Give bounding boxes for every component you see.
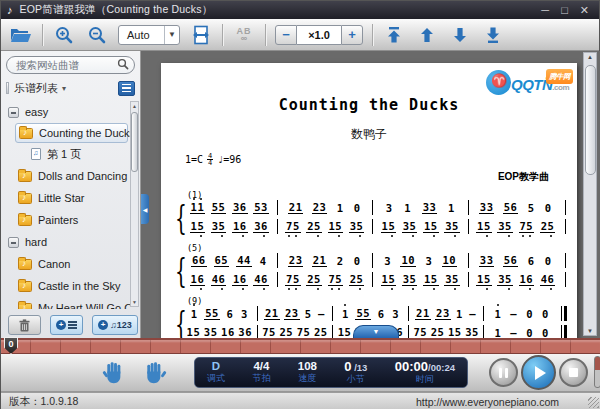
search-input[interactable] <box>6 56 135 74</box>
scroll-down-icon[interactable]: ▼ <box>584 328 596 334</box>
note: 3 <box>212 220 219 232</box>
edge-slider-handle[interactable] <box>594 356 600 388</box>
note-group: 1 <box>190 308 199 320</box>
note: 2 <box>265 307 272 319</box>
open-folder-button[interactable] <box>9 24 33 46</box>
sidebar-item-little-star[interactable]: Little Star <box>1 187 130 209</box>
sidebar-item-castle-in-the-sky[interactable]: Castle in the Sky <box>1 275 130 297</box>
link-icon: ∞ <box>241 35 247 42</box>
sheet-scroll-thumb[interactable] <box>585 65 596 175</box>
note: 7 <box>286 220 293 232</box>
scroll-up-icon[interactable]: ▲ <box>584 54 596 60</box>
left-hand-button[interactable] <box>101 359 128 386</box>
note: 5 <box>357 273 364 285</box>
note: 1 <box>221 326 228 338</box>
zoom-mode-dropdown[interactable]: Auto ▼ <box>118 25 180 45</box>
barline <box>565 219 567 234</box>
sidebar-item-label: Painters <box>38 214 78 226</box>
chevron-down-icon[interactable]: ▾ <box>62 84 66 93</box>
sidebar-item-easy[interactable]: easy <box>1 101 130 123</box>
note-group: 75 <box>328 273 344 286</box>
note: 0 <box>545 202 552 214</box>
song-folder-icon <box>18 281 32 292</box>
collapse-box-icon[interactable] <box>8 237 19 248</box>
sidebar-item-dolls-and-dancing-bea[interactable]: Dolls and Dancing Bea <box>1 165 130 187</box>
sheet-scrollbar[interactable]: ▲ ▼ <box>583 52 597 336</box>
sidebar-item-label: hard <box>25 236 47 248</box>
note-group: 75 <box>296 326 312 338</box>
note: 6 <box>261 273 268 285</box>
note: 1 <box>197 201 204 213</box>
list-view-button[interactable] <box>118 81 135 96</box>
plus-icon: + <box>98 320 108 330</box>
zoom-out-button[interactable] <box>85 24 109 46</box>
sidebar-item-painters[interactable]: Painters <box>1 209 130 231</box>
delete-button[interactable] <box>8 315 41 335</box>
note: 5 <box>212 201 219 213</box>
sidebar-item-counting-the-ducks[interactable]: Counting the Ducks <box>15 123 128 143</box>
first-page-button[interactable] <box>382 24 406 46</box>
scroll-down-hint-button[interactable]: ▼ <box>353 325 399 338</box>
scroll-down-icon[interactable]: ▼ <box>131 299 138 305</box>
add-playlist-button[interactable]: + <box>50 315 83 335</box>
note-group: 0 <box>525 327 534 339</box>
pause-button[interactable] <box>489 358 518 387</box>
qqtn-logo-icon <box>486 70 511 95</box>
ab-loop-button[interactable]: AB ∞ <box>232 24 256 46</box>
resize-grip[interactable] <box>588 397 599 408</box>
fit-width-button[interactable] <box>189 24 213 46</box>
stop-button[interactable] <box>559 358 588 387</box>
progress-strip[interactable]: 0 <box>1 338 600 354</box>
note: 5 <box>335 273 342 285</box>
note-group: 25 <box>430 326 446 338</box>
close-button[interactable]: ✕ <box>580 5 589 16</box>
zoom-in-button[interactable] <box>52 24 76 46</box>
note-group: 16 <box>190 273 206 286</box>
sidebar-scroll-thumb[interactable] <box>131 112 138 172</box>
note-group: 0 <box>541 327 550 339</box>
website-link[interactable]: http://www.everyonepiano.com <box>416 396 559 408</box>
note: 1 <box>320 254 327 266</box>
last-page-button[interactable] <box>481 24 505 46</box>
note-group: 15 <box>476 273 492 286</box>
search-icon[interactable] <box>117 58 129 70</box>
note-group: 16 <box>519 273 535 286</box>
beat-field[interactable]: 4/4 节拍 <box>252 361 270 384</box>
system-label: (9) <box>187 296 567 306</box>
first-page-icon <box>385 26 403 44</box>
sidebar-collapse-handle[interactable]: ◀ <box>141 194 149 224</box>
note: 2 <box>431 326 438 338</box>
note: 6 <box>511 201 518 213</box>
maximize-button[interactable]: □ <box>561 5 568 16</box>
add-song123-button[interactable]: + ♫123 <box>92 315 138 335</box>
sidebar-scrollbar[interactable]: ▲ ▼ <box>130 101 139 307</box>
note-group: 6 <box>226 308 235 320</box>
measure-label: 小节 <box>347 374 365 385</box>
toolbar-separator <box>222 24 223 46</box>
title-bar: ♪ EOP简谱跟我弹（Counting the Ducks） ─ □ ✕ <box>1 1 599 19</box>
page-down-button[interactable] <box>448 24 472 46</box>
speed-field[interactable]: 108 速度 <box>298 361 317 384</box>
sidebar-item-1[interactable]: 第 1 页 <box>1 143 130 165</box>
scale-minus-button[interactable]: − <box>275 25 297 45</box>
collapse-box-icon[interactable] <box>8 107 19 118</box>
song-folder-icon <box>18 303 32 310</box>
measure: 75257525 <box>277 272 373 287</box>
right-hand-button[interactable] <box>141 359 168 386</box>
page-up-button[interactable] <box>415 24 439 46</box>
note: 5 <box>504 201 511 213</box>
note-group: 33 <box>422 201 438 214</box>
open-folder-icon <box>10 26 32 43</box>
minimize-button[interactable]: ─ <box>541 5 549 16</box>
sidebar-item-canon[interactable]: Canon <box>1 253 130 275</box>
scale-plus-button[interactable]: + <box>341 25 363 45</box>
note-group: 35 <box>497 273 513 286</box>
scroll-up-icon[interactable]: ▲ <box>131 103 138 109</box>
sidebar-item-my-heart-will-go-on[interactable]: My Heart Will Go On <box>1 297 130 309</box>
note: 3 <box>292 307 299 319</box>
sidebar-item-hard[interactable]: hard <box>1 231 130 253</box>
note-group: 3 <box>424 255 433 267</box>
key-mode-field[interactable]: D 调式 <box>207 361 225 384</box>
play-button[interactable] <box>521 355 556 390</box>
note-group: 75 <box>519 220 535 233</box>
